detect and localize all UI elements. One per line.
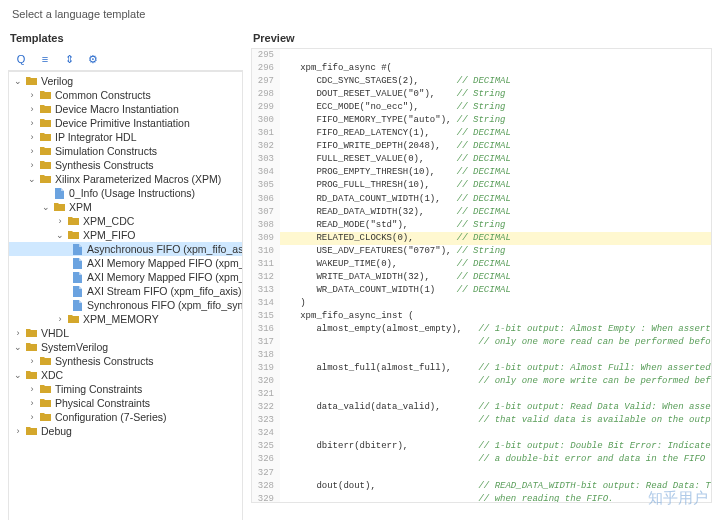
- line-content: FIFO_WRITE_DEPTH(2048), // DECIMAL: [280, 140, 511, 153]
- templates-toolbar: Q≡⇕⚙: [8, 48, 243, 71]
- tree-item[interactable]: Synchronous FIFO (xpm_fifo_sync): [9, 298, 242, 312]
- tree-item[interactable]: ›Physical Constraints: [9, 396, 242, 410]
- tree-item-label: IP Integrator HDL: [55, 131, 137, 143]
- tree-item-label: Verilog: [41, 75, 73, 87]
- tree-item[interactable]: AXI Stream FIFO (xpm_fifo_axis): [9, 284, 242, 298]
- chevron-right-icon[interactable]: ›: [27, 90, 37, 100]
- tree-item[interactable]: ⌄XPM_FIFO: [9, 228, 242, 242]
- tree-item[interactable]: ⌄XPM: [9, 200, 242, 214]
- tree-item[interactable]: ›Synthesis Constructs: [9, 158, 242, 172]
- sort-icon[interactable]: ⇕: [62, 52, 76, 66]
- chevron-right-icon[interactable]: ›: [27, 104, 37, 114]
- line-content: [280, 388, 284, 401]
- line-content: // only one more read can be performed b…: [280, 336, 712, 349]
- code-line: 313 WR_DATA_COUNT_WIDTH(1) // DECIMAL: [252, 284, 711, 297]
- search-icon[interactable]: Q: [14, 52, 28, 66]
- chevron-right-icon[interactable]: ›: [55, 216, 65, 226]
- folder-icon: [39, 145, 51, 157]
- tree-item[interactable]: ›Configuration (7-Series): [9, 410, 242, 424]
- chevron-right-icon[interactable]: ›: [27, 356, 37, 366]
- code-line: 309 RELATED_CLOCKS(0), // DECIMAL: [252, 232, 711, 245]
- tree-item-label: XPM: [69, 201, 92, 213]
- page-title: Select a language template: [0, 0, 720, 28]
- chevron-right-icon[interactable]: ›: [27, 384, 37, 394]
- chevron-right-icon[interactable]: ›: [13, 426, 23, 436]
- chevron-down-icon[interactable]: ⌄: [41, 202, 51, 212]
- tree-item[interactable]: ›Simulation Constructs: [9, 144, 242, 158]
- file-icon: [71, 285, 83, 297]
- tree-item[interactable]: 0_Info (Usage Instructions): [9, 186, 242, 200]
- tree-item[interactable]: ›VHDL: [9, 326, 242, 340]
- templates-tree[interactable]: ⌄Verilog›Common Constructs›Device Macro …: [8, 71, 243, 520]
- tree-item-label: Common Constructs: [55, 89, 151, 101]
- tree-item[interactable]: ›Device Primitive Instantiation: [9, 116, 242, 130]
- line-content: // a double-bit error and data in the FI…: [280, 453, 712, 466]
- code-line: 321: [252, 388, 711, 401]
- line-number: 307: [252, 206, 280, 219]
- tree-item[interactable]: ›IP Integrator HDL: [9, 130, 242, 144]
- chevron-right-icon[interactable]: ›: [27, 398, 37, 408]
- folder-icon: [39, 397, 51, 409]
- line-number: 325: [252, 440, 280, 453]
- tree-item[interactable]: ›Common Constructs: [9, 88, 242, 102]
- tree-item[interactable]: ›Debug: [9, 424, 242, 438]
- line-number: 301: [252, 127, 280, 140]
- line-content: FIFO_READ_LATENCY(1), // DECIMAL: [280, 127, 511, 140]
- tree-item[interactable]: ›Timing Constraints: [9, 382, 242, 396]
- chevron-right-icon[interactable]: ›: [27, 118, 37, 128]
- folder-icon: [67, 215, 79, 227]
- tree-item[interactable]: ›XPM_CDC: [9, 214, 242, 228]
- line-content: READ_MODE("std"), // String: [280, 219, 505, 232]
- code-line: 315 xpm_fifo_async_inst (: [252, 310, 711, 323]
- chevron-down-icon[interactable]: ⌄: [13, 370, 23, 380]
- line-number: 329: [252, 493, 280, 503]
- folder-icon: [39, 131, 51, 143]
- chevron-down-icon[interactable]: ⌄: [13, 342, 23, 352]
- chevron-down-icon[interactable]: ⌄: [13, 76, 23, 86]
- code-preview[interactable]: 295296 xpm_fifo_async #(297 CDC_SYNC_STA…: [251, 48, 712, 503]
- tree-item-label: Synthesis Constructs: [55, 159, 154, 171]
- line-content: xpm_fifo_async_inst (: [280, 310, 414, 323]
- line-number: 297: [252, 75, 280, 88]
- filter-icon[interactable]: ⚙: [86, 52, 100, 66]
- line-content: RD_DATA_COUNT_WIDTH(1), // DECIMAL: [280, 193, 511, 206]
- folder-icon: [39, 411, 51, 423]
- line-content: ): [280, 297, 306, 310]
- folder-icon: [39, 383, 51, 395]
- chevron-right-icon[interactable]: ›: [55, 314, 65, 324]
- chevron-down-icon[interactable]: ⌄: [27, 174, 37, 184]
- tree-item[interactable]: ›Synthesis Constructs: [9, 354, 242, 368]
- chevron-down-icon[interactable]: ⌄: [55, 230, 65, 240]
- line-content: READ_DATA_WIDTH(32), // DECIMAL: [280, 206, 511, 219]
- line-number: 326: [252, 453, 280, 466]
- tree-item[interactable]: ⌄Xilinx Parameterized Macros (XPM): [9, 172, 242, 186]
- line-content: WAKEUP_TIME(0), // DECIMAL: [280, 258, 511, 271]
- code-line: 312 WRITE_DATA_WIDTH(32), // DECIMAL: [252, 271, 711, 284]
- tree-item-label: XDC: [41, 369, 63, 381]
- tree-item[interactable]: ›XPM_MEMORY: [9, 312, 242, 326]
- chevron-right-icon[interactable]: ›: [27, 132, 37, 142]
- tree-item-label: Device Primitive Instantiation: [55, 117, 190, 129]
- tree-item[interactable]: ›Device Macro Instantiation: [9, 102, 242, 116]
- tree-item-label: XPM_CDC: [83, 215, 134, 227]
- chevron-right-icon[interactable]: ›: [27, 146, 37, 156]
- tree-item[interactable]: ⌄Verilog: [9, 74, 242, 88]
- tree-item[interactable]: ⌄XDC: [9, 368, 242, 382]
- tree-item[interactable]: AXI Memory Mapped FIFO (xpm_fifo_axif): [9, 256, 242, 270]
- tree-item[interactable]: Asynchronous FIFO (xpm_fifo_async): [9, 242, 242, 256]
- tree-item[interactable]: AXI Memory Mapped FIFO (xpm_fifo_axil): [9, 270, 242, 284]
- folder-icon: [25, 369, 37, 381]
- tree-item[interactable]: ⌄SystemVerilog: [9, 340, 242, 354]
- line-number: 313: [252, 284, 280, 297]
- chevron-right-icon[interactable]: ›: [13, 328, 23, 338]
- folder-icon: [39, 159, 51, 171]
- line-content: data_valid(data_valid), // 1-bit output:…: [280, 401, 712, 414]
- collapse-all-icon[interactable]: ≡: [38, 52, 52, 66]
- chevron-right-icon[interactable]: ›: [27, 160, 37, 170]
- line-number: 298: [252, 88, 280, 101]
- folder-icon: [25, 341, 37, 353]
- chevron-right-icon[interactable]: ›: [27, 412, 37, 422]
- line-number: 320: [252, 375, 280, 388]
- preview-pane: Preview 295296 xpm_fifo_async #(297 CDC_…: [251, 28, 712, 520]
- line-content: [280, 349, 284, 362]
